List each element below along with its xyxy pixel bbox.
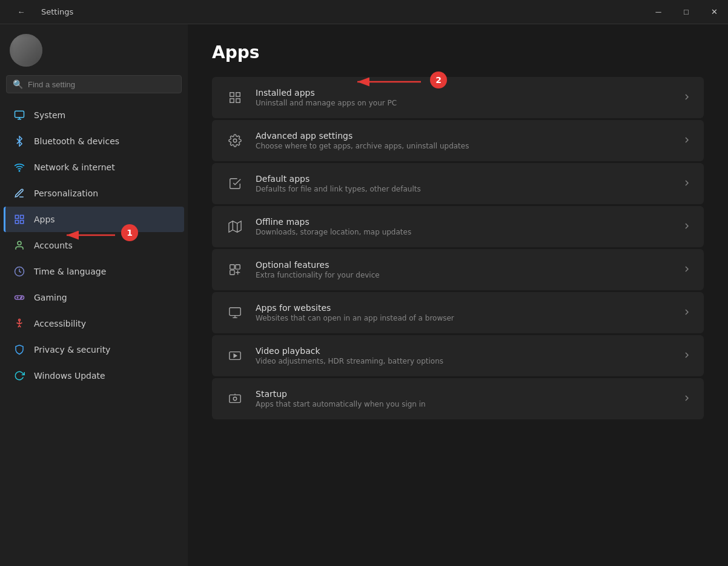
- settings-list: Installed appsUninstall and manage apps …: [212, 77, 704, 419]
- svg-rect-5: [21, 215, 24, 218]
- sidebar-item-accessibility[interactable]: Accessibility: [4, 311, 184, 336]
- accessibility-icon: [13, 318, 25, 330]
- sidebar-item-apps[interactable]: Apps: [4, 207, 184, 232]
- svg-rect-7: [21, 221, 24, 224]
- default-apps-chevron: [682, 178, 692, 190]
- minimize-button[interactable]: ─: [644, 0, 672, 24]
- svg-rect-19: [236, 99, 240, 102]
- accounts-icon: [13, 239, 25, 251]
- svg-point-3: [19, 170, 20, 171]
- optional-features-chevron: [682, 264, 692, 276]
- sidebar-item-time[interactable]: Time & language: [4, 259, 184, 284]
- sidebar-label-apps: Apps: [34, 215, 55, 224]
- sidebar-label-accounts: Accounts: [34, 241, 73, 250]
- video-playback-chevron: [682, 350, 692, 362]
- sidebar-item-accounts[interactable]: Accounts: [4, 233, 184, 258]
- advanced-app-settings-icon: [224, 130, 246, 151]
- installed-apps-chevron: [682, 92, 692, 104]
- sidebar-item-network[interactable]: Network & internet: [4, 155, 184, 180]
- video-playback-desc: Video adjustments, HDR streaming, batter…: [256, 357, 672, 365]
- apps-for-websites-text: Apps for websitesWebsites that can open …: [256, 303, 672, 322]
- sidebar-label-network: Network & internet: [34, 162, 115, 172]
- svg-point-33: [233, 397, 237, 401]
- sidebar-label-accessibility: Accessibility: [34, 319, 86, 328]
- profile-area: [0, 24, 188, 73]
- settings-item-default-apps[interactable]: Default appsDefaults for file and link t…: [212, 163, 704, 204]
- default-apps-icon: [224, 173, 246, 195]
- offline-maps-icon: [224, 216, 246, 238]
- svg-rect-6: [15, 221, 18, 224]
- settings-item-startup[interactable]: StartupApps that start automatically whe…: [212, 378, 704, 419]
- default-apps-desc: Defaults for file and link types, other …: [256, 185, 672, 193]
- settings-item-installed-apps[interactable]: Installed appsUninstall and manage apps …: [212, 77, 704, 118]
- back-button[interactable]: ←: [7, 0, 35, 24]
- apps-for-websites-desc: Websites that can open in an app instead…: [256, 314, 672, 322]
- sidebar-item-update[interactable]: Windows Update: [4, 363, 184, 388]
- time-icon: [13, 265, 25, 278]
- close-button[interactable]: ✕: [700, 0, 728, 24]
- svg-rect-0: [15, 111, 24, 118]
- search-icon: 🔍: [13, 79, 23, 89]
- sidebar-item-privacy[interactable]: Privacy & security: [4, 337, 184, 362]
- offline-maps-chevron: [682, 221, 692, 233]
- advanced-app-settings-chevron: [682, 135, 692, 147]
- search-box[interactable]: 🔍: [6, 75, 182, 93]
- sidebar-item-gaming[interactable]: Gaming: [4, 285, 184, 310]
- sidebar-label-update: Windows Update: [34, 371, 105, 381]
- settings-item-offline-maps[interactable]: Offline mapsDownloads, storage location,…: [212, 206, 704, 247]
- network-icon: [13, 161, 25, 173]
- sidebar-label-personalization: Personalization: [34, 188, 98, 198]
- sidebar-item-bluetooth[interactable]: Bluetooth & devices: [4, 128, 184, 154]
- startup-desc: Apps that start automatically when you s…: [256, 400, 672, 408]
- svg-marker-31: [234, 354, 237, 358]
- startup-title: Startup: [256, 389, 672, 399]
- personalization-icon: [13, 187, 25, 199]
- apps-for-websites-icon: [224, 302, 246, 324]
- startup-text: StartupApps that start automatically whe…: [256, 389, 672, 408]
- sidebar-item-system[interactable]: System: [4, 102, 184, 128]
- svg-rect-4: [15, 215, 18, 218]
- optional-features-title: Optional features: [256, 260, 672, 270]
- startup-chevron: [682, 393, 692, 405]
- svg-rect-14: [15, 296, 24, 299]
- sidebar-label-bluetooth: Bluetooth & devices: [34, 136, 119, 146]
- video-playback-text: Video playbackVideo adjustments, HDR str…: [256, 346, 672, 365]
- installed-apps-title: Installed apps: [256, 88, 672, 98]
- window-controls: ─ □ ✕: [644, 0, 728, 24]
- svg-point-15: [19, 319, 21, 321]
- privacy-icon: [13, 344, 25, 356]
- advanced-app-settings-text: Advanced app settingsChoose where to get…: [256, 131, 672, 150]
- sidebar-nav: SystemBluetooth & devicesNetwork & inter…: [0, 99, 188, 566]
- sidebar: 🔍 SystemBluetooth & devicesNetwork & int…: [0, 24, 188, 566]
- main-content: Apps Installed appsUninstall and manage …: [188, 24, 728, 566]
- settings-item-advanced-app-settings[interactable]: Advanced app settingsChoose where to get…: [212, 120, 704, 161]
- titlebar: ← Settings ─ □ ✕: [0, 0, 728, 24]
- system-icon: [13, 109, 25, 121]
- offline-maps-desc: Downloads, storage location, map updates: [256, 228, 672, 236]
- search-input[interactable]: [28, 80, 175, 89]
- svg-rect-29: [230, 308, 240, 316]
- update-icon: [13, 370, 25, 382]
- offline-maps-text: Offline mapsDownloads, storage location,…: [256, 217, 672, 236]
- sidebar-item-personalization[interactable]: Personalization: [4, 181, 184, 206]
- avatar: [10, 34, 42, 67]
- app-container: 🔍 SystemBluetooth & devicesNetwork & int…: [0, 24, 728, 566]
- svg-rect-24: [230, 265, 234, 269]
- svg-rect-25: [236, 265, 240, 269]
- settings-item-video-playback[interactable]: Video playbackVideo adjustments, HDR str…: [212, 335, 704, 376]
- installed-apps-desc: Uninstall and manage apps on your PC: [256, 99, 672, 107]
- titlebar-left: ← Settings: [7, 0, 73, 24]
- advanced-app-settings-title: Advanced app settings: [256, 131, 672, 141]
- svg-point-8: [18, 241, 21, 245]
- svg-point-13: [21, 297, 22, 298]
- settings-item-optional-features[interactable]: Optional featuresExtra functionality for…: [212, 249, 704, 290]
- sidebar-label-system: System: [34, 110, 65, 120]
- maximize-button[interactable]: □: [672, 0, 700, 24]
- default-apps-text: Default appsDefaults for file and link t…: [256, 174, 672, 193]
- apps-for-websites-title: Apps for websites: [256, 303, 672, 313]
- settings-item-apps-for-websites[interactable]: Apps for websitesWebsites that can open …: [212, 292, 704, 333]
- svg-rect-18: [230, 99, 234, 102]
- video-playback-icon: [224, 345, 246, 367]
- page-title: Apps: [212, 42, 704, 62]
- offline-maps-title: Offline maps: [256, 217, 672, 227]
